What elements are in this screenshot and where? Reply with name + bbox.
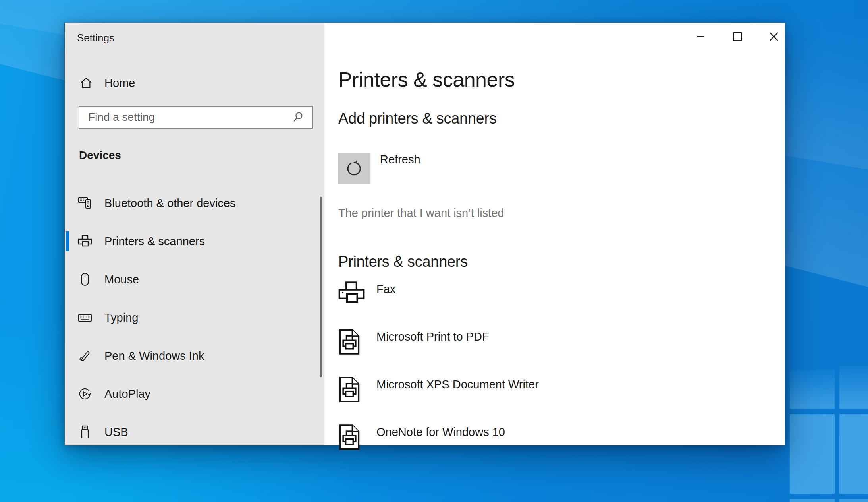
printer-icon (78, 234, 92, 248)
printer-name: Microsoft XPS Document Writer (376, 378, 539, 391)
close-icon (768, 30, 780, 43)
desktop: { "window": { "title": "Settings", "cont… (0, 0, 868, 502)
refresh-icon (345, 159, 363, 178)
window-title: Settings (77, 32, 114, 44)
search-icon[interactable] (291, 111, 304, 124)
sidebar-item-label: Pen & Windows Ink (104, 349, 204, 362)
sidebar-item-label: Bluetooth & other devices (104, 197, 235, 210)
maximize-button[interactable] (719, 27, 756, 46)
document-printer-icon (338, 329, 361, 355)
page-title: Printers & scanners (338, 68, 515, 91)
add-printers-heading: Add printers & scanners (338, 110, 497, 127)
sidebar-item-printers[interactable]: Printers & scanners (65, 229, 324, 253)
printer-list-item[interactable]: Microsoft XPS Document Writer (338, 376, 539, 403)
keyboard-icon (78, 310, 92, 325)
settings-window: Settings Home Devices (64, 23, 785, 445)
printer-name: Microsoft Print to PDF (376, 330, 489, 343)
main-content: Printers & scanners Add printers & scann… (324, 23, 785, 445)
sidebar: Settings Home Devices (65, 23, 324, 445)
minimize-button[interactable] (683, 27, 719, 46)
wallpaper-logo-pane (790, 499, 835, 502)
home-icon (80, 77, 93, 89)
sidebar-item-pen[interactable]: Pen & Windows Ink (65, 344, 324, 368)
window-caption-controls (683, 27, 792, 46)
wallpaper-logo-pane (839, 499, 868, 502)
sidebar-item-mouse[interactable]: Mouse (65, 267, 324, 291)
sidebar-item-label: AutoPlay (104, 388, 150, 401)
printer-list-item[interactable]: Microsoft Print to PDF (338, 329, 489, 355)
document-printer-icon (338, 376, 361, 403)
wallpaper-logo-pane (790, 370, 835, 409)
refresh-label: Refresh (380, 153, 420, 166)
printer-list-item[interactable]: OneNote for Windows 10 (338, 424, 505, 450)
sidebar-scrollbar-thumb[interactable] (320, 197, 322, 377)
sidebar-section-devices: Devices (79, 149, 121, 162)
refresh-button[interactable] (338, 153, 370, 184)
sidebar-item-label: Mouse (104, 273, 139, 286)
bluetooth-devices-icon (78, 196, 92, 210)
wallpaper-logo-pane (839, 414, 868, 494)
sidebar-item-autoplay[interactable]: AutoPlay (65, 382, 324, 406)
selected-item-accent-bar (66, 231, 69, 251)
usb-icon (78, 425, 92, 439)
sidebar-item-label: Typing (104, 311, 138, 324)
sidebar-item-usb[interactable]: USB (65, 420, 324, 444)
sidebar-item-label: Printers & scanners (104, 235, 205, 248)
sidebar-item-home[interactable]: Home (65, 74, 324, 92)
wallpaper-logo-pane (839, 366, 868, 409)
document-printer-icon (338, 424, 361, 450)
mouse-icon (78, 272, 92, 287)
search-box (79, 106, 313, 129)
sidebar-home-label: Home (104, 77, 135, 90)
search-input[interactable] (79, 111, 291, 124)
sidebar-item-label: USB (104, 426, 128, 439)
printer-not-listed-link[interactable]: The printer that I want isn’t listed (338, 207, 504, 220)
printer-name: Fax (376, 283, 395, 296)
wallpaper-logo-pane (790, 414, 835, 494)
maximize-icon (731, 31, 743, 43)
sidebar-item-typing[interactable]: Typing (65, 306, 324, 329)
sidebar-item-bluetooth[interactable]: Bluetooth & other devices (65, 191, 324, 215)
autoplay-icon (78, 387, 92, 401)
minimize-icon (695, 31, 707, 43)
close-button[interactable] (756, 27, 792, 46)
printer-icon (338, 281, 365, 305)
pen-icon (78, 349, 92, 363)
printer-list-item[interactable]: Fax (338, 281, 395, 307)
printers-list-heading: Printers & scanners (338, 253, 468, 270)
printer-name: OneNote for Windows 10 (376, 426, 505, 439)
